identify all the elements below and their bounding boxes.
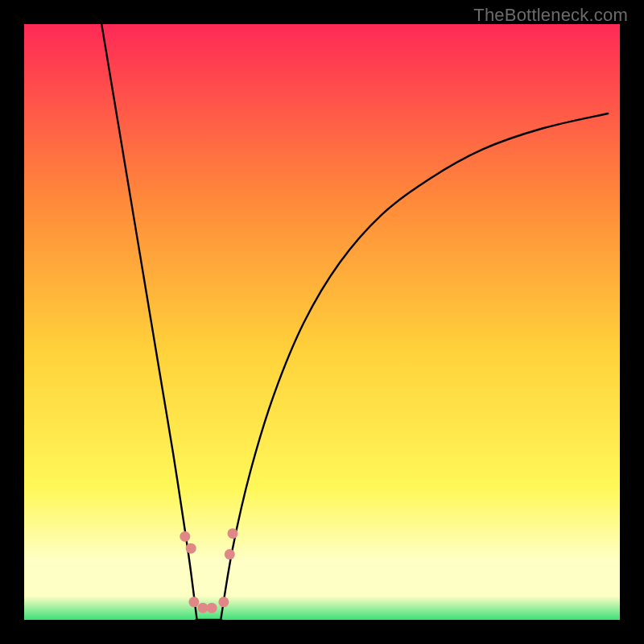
watermark-label: TheBottleneck.com — [473, 5, 628, 26]
data-dot — [198, 603, 208, 613]
data-dot — [186, 543, 196, 554]
data-dot — [225, 549, 235, 559]
chart-frame: TheBottleneck.com — [0, 0, 644, 644]
data-dot — [228, 528, 238, 539]
data-dot — [218, 597, 229, 607]
data-dot — [188, 597, 199, 607]
data-dot — [180, 531, 190, 542]
bottleneck-chart — [0, 0, 644, 644]
plot-background — [24, 24, 620, 620]
data-dot — [207, 603, 217, 613]
